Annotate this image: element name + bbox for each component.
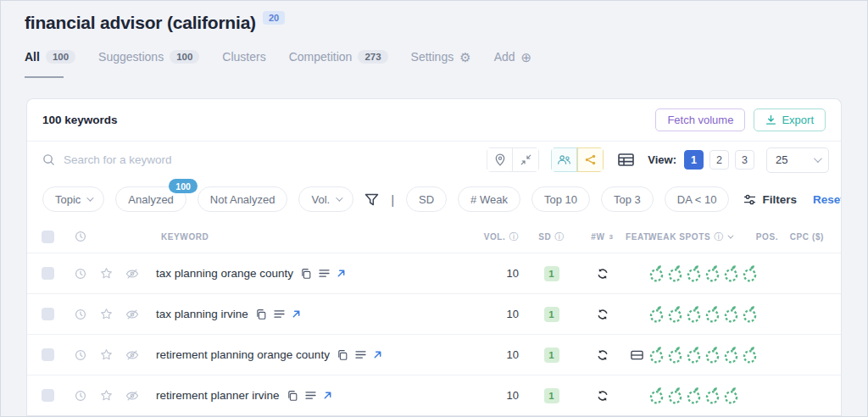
filter-sd[interactable]: SD [406,186,447,212]
filter-top3[interactable]: Top 3 [601,186,654,212]
copy-icon[interactable] [300,268,312,280]
volume-value: 10 [448,348,524,361]
header-volume[interactable]: VOL.ⓘ [448,231,524,243]
star-icon[interactable] [93,267,119,280]
filter-not-analyzed[interactable]: Not Analyzed [198,186,288,212]
fetch-volume-button[interactable]: Fetch volume [655,108,745,131]
filter-top10[interactable]: Top 10 [531,186,590,212]
header-sd[interactable]: SDⓘ [524,231,579,243]
keyword-table-body: tax planning orange county 10 1 [27,253,841,415]
page-size-select[interactable]: 25 [766,147,829,173]
table-row: tax planning irvine 10 1 [27,293,841,334]
people-icon[interactable] [551,147,577,172]
refresh-icon[interactable] [579,268,626,280]
filters-button[interactable]: Filters [743,193,797,206]
external-link-icon[interactable] [373,350,382,359]
fruit-icon [723,264,739,282]
list-icon[interactable] [355,350,366,359]
view-button-3[interactable]: 3 [735,150,754,170]
fruit-icon [704,264,721,282]
list-icon[interactable] [305,391,316,400]
fruit-icon [704,305,721,323]
chevron-down-icon [727,232,733,238]
clock-icon[interactable] [68,309,93,320]
tab-add[interactable]: Add ⊕ [494,50,532,64]
view-button-2[interactable]: 2 [709,150,729,170]
star-icon[interactable] [93,348,119,361]
select-all-checkbox[interactable] [42,231,54,243]
keywords-count: 100 keywords [42,114,118,126]
refresh-icon[interactable] [579,390,626,402]
funnel-icon[interactable] [364,189,379,209]
table-view-icon[interactable] [615,150,636,170]
header-cpc[interactable]: CPC ($) [784,232,841,242]
keyword-text[interactable]: retirement planner irvine [156,389,280,402]
weak-spots[interactable] [648,305,750,323]
weak-spots[interactable] [648,346,750,364]
keyword-text[interactable]: tax planning orange county [156,267,293,280]
refresh-icon[interactable] [579,349,626,361]
chevron-down-icon [87,194,94,201]
table-row: retirement planner irvine 10 1 [27,375,841,415]
filter-topic[interactable]: Topic [42,186,104,212]
row-checkbox[interactable] [42,308,54,320]
external-link-icon[interactable] [292,309,301,319]
fruit-icon [667,305,683,323]
tab-competition[interactable]: Competition 273 [289,50,388,64]
volume-value: 10 [448,389,524,402]
external-link-icon[interactable] [337,269,346,278]
eye-slash-icon[interactable] [119,268,146,280]
reset-button[interactable]: Reset [813,193,842,206]
export-button[interactable]: Export [754,108,826,131]
star-icon[interactable] [93,389,119,402]
eye-slash-icon[interactable] [119,349,146,361]
chevron-down-icon [336,194,342,201]
filter-analyzed[interactable]: Analyzed 100 [115,186,186,212]
header-featured[interactable]: FEAT. [626,232,648,242]
header-weak-spots[interactable]: WEAK SPOTS ⓘ [648,231,750,243]
clock-icon[interactable] [68,268,93,280]
weak-spots[interactable] [648,264,750,282]
keyword-text[interactable]: retirement planning orange county [156,348,330,361]
row-checkbox[interactable] [42,267,54,280]
tab-all[interactable]: All 100 [25,50,75,64]
row-checkbox[interactable] [42,389,54,402]
clock-icon[interactable] [68,390,93,402]
filter-da[interactable]: DA < 10 [665,186,730,212]
tab-settings[interactable]: Settings ⚙ [411,50,471,64]
tab-suggestions[interactable]: Suggestions 100 [98,50,199,64]
share-icon[interactable] [577,147,604,172]
copy-icon[interactable] [287,390,298,402]
star-icon[interactable] [93,308,119,320]
fruit-icon [648,346,665,364]
view-button-1[interactable]: 1 [684,150,704,170]
fruit-icon [742,305,758,323]
header-weak-count[interactable]: #W3 [579,232,626,242]
copy-icon[interactable] [337,349,348,361]
filter-weak[interactable]: # Weak [458,186,520,212]
header-keyword[interactable]: KEYWORD [146,232,448,242]
list-icon[interactable] [319,269,330,278]
sliders-icon [743,194,756,205]
external-link-icon[interactable] [323,391,332,400]
clock-icon[interactable] [68,349,93,361]
tab-clusters[interactable]: Clusters [222,50,265,64]
tab-all-badge: 100 [46,50,75,64]
copy-icon[interactable] [255,309,267,320]
keyword-text[interactable]: tax planning irvine [156,308,248,320]
header-position[interactable]: POS. [750,232,784,242]
info-icon: ⓘ [714,231,724,243]
row-checkbox[interactable] [42,348,54,361]
eye-slash-icon[interactable] [119,309,146,320]
filter-volume[interactable]: Vol. [298,186,353,212]
weak-spots[interactable] [648,386,750,404]
collapse-icon[interactable] [513,147,539,172]
eye-slash-icon[interactable] [119,390,146,402]
list-icon[interactable] [274,309,285,319]
fruit-icon [648,264,665,282]
table-row: retirement planning orange county 10 1 [27,334,841,375]
search-input[interactable] [64,153,318,166]
refresh-icon[interactable] [579,309,626,320]
location-pin-icon[interactable] [487,147,513,172]
fruit-icon [667,264,683,282]
